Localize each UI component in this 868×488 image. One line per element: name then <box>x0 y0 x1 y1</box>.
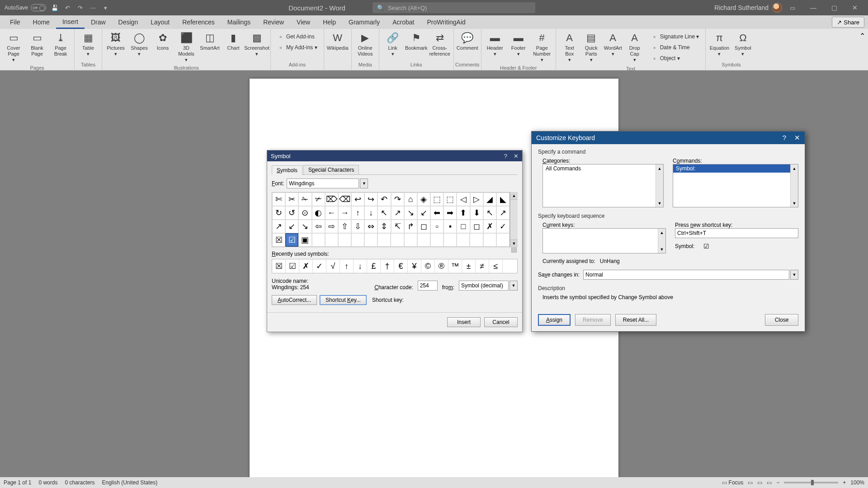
recent-symbol-cell[interactable]: ☒ <box>272 259 286 273</box>
symbol-cell[interactable]: ↻ <box>272 206 285 220</box>
quick-parts--button[interactable]: ▤QuickParts▾ <box>580 31 602 63</box>
symbol-cell[interactable]: ✓ <box>496 220 509 233</box>
tab-mailings[interactable]: Mailings <box>221 15 257 29</box>
symbol-cell[interactable]: ⇩ <box>351 220 364 233</box>
comment-button[interactable]: 💬Comment <box>457 31 478 51</box>
symbol-cell[interactable]: ⬅ <box>430 206 443 220</box>
command-item[interactable]: Symbol: <box>673 164 798 173</box>
symbol-cell[interactable]: ⇦ <box>312 220 325 233</box>
bookmark-button[interactable]: ⚑Bookmark <box>406 31 427 51</box>
recent-symbol-cell[interactable]: √ <box>326 259 340 273</box>
read-mode-icon[interactable]: ▭ <box>748 479 753 486</box>
drop-cap--button[interactable]: ADropCap▾ <box>624 31 646 63</box>
press-new-input[interactable] <box>675 228 798 238</box>
wordart--button[interactable]: AWordArt▾ <box>602 31 624 63</box>
symbol-cell[interactable]: ◁ <box>457 192 470 206</box>
symbol-cell[interactable]: ◢ <box>483 192 496 206</box>
chart-button[interactable]: ▮Chart <box>222 31 244 51</box>
wikipedia-button[interactable]: WWikipedia <box>327 31 349 51</box>
tab-layout[interactable]: Layout <box>144 15 176 29</box>
cover-page--button[interactable]: ▭CoverPage▾ <box>3 31 24 63</box>
symbol-cell[interactable]: ↙ <box>285 220 298 233</box>
save-changes-dropdown-icon[interactable]: ▼ <box>790 270 798 280</box>
reset-all-button[interactable]: Reset All... <box>615 314 656 326</box>
pictures--button[interactable]: 🖼Pictures▾ <box>105 31 127 57</box>
symbol-cell[interactable]: ↓ <box>364 206 377 220</box>
symbol-cell[interactable]: ↙ <box>417 206 430 220</box>
font-dropdown-icon[interactable]: ▼ <box>360 178 368 188</box>
symbol-cell[interactable] <box>351 233 364 247</box>
table--button[interactable]: ▦Table▾ <box>77 31 99 57</box>
blank-page-button[interactable]: ▭BlankPage <box>26 31 48 57</box>
kbd-close-icon[interactable]: ✕ <box>794 134 800 142</box>
symbol-cell[interactable] <box>430 233 443 247</box>
shortcut-key-button[interactable]: Shortcut Key... <box>320 295 367 305</box>
redo-icon[interactable]: ↷ <box>76 4 84 12</box>
assign-button[interactable]: Assign <box>538 314 571 326</box>
symbol-cell[interactable]: ↗ <box>391 206 404 220</box>
symbol-cell[interactable]: ↖ <box>377 206 391 220</box>
category-item[interactable]: All Commands <box>543 164 663 173</box>
symbol-cell[interactable] <box>404 233 417 247</box>
symbol-grid[interactable]: ✄✂✁✃⌦⌫↩↪↶↷⌂◈⬚⬚◁▷◢◣↻↺⊙◐←→↑↓↖↗↘↙⬅➡⬆⬇↖↗↗↙↘⇦… <box>272 192 510 247</box>
symbol-cell[interactable]: ☑ <box>285 233 298 247</box>
autocorrect-button[interactable]: AutoCorrect... <box>272 295 317 305</box>
symbol-cell[interactable]: ↗ <box>496 206 509 220</box>
insert-button[interactable]: Insert <box>447 317 481 327</box>
symbol-help-icon[interactable]: ? <box>504 153 507 160</box>
symbol-cell[interactable]: ↪ <box>364 192 377 206</box>
symbol-cell[interactable]: ↸ <box>391 220 404 233</box>
qat-more-icon[interactable]: ⋯ <box>89 4 97 12</box>
recent-symbol-cell[interactable]: ↓ <box>354 259 367 273</box>
symbol-cell[interactable]: ↗ <box>272 220 285 233</box>
recent-symbols-row[interactable]: ☒☑✗✓√↑↓£†€¥©®™±≠≤ <box>272 259 518 273</box>
tab-grammarly[interactable]: Grammarly <box>342 15 386 29</box>
qat-customize-icon[interactable]: ▾ <box>101 4 109 12</box>
object--button[interactable]: ▫Object ▾ <box>649 53 701 63</box>
symbol-cell[interactable] <box>417 233 430 247</box>
symbol-cell[interactable] <box>338 233 351 247</box>
recent-symbol-cell[interactable]: ✓ <box>313 259 326 273</box>
recent-symbol-cell[interactable]: ☑ <box>286 259 299 273</box>
symbol-cell[interactable]: ↘ <box>404 206 417 220</box>
symbol-cell[interactable]: ✁ <box>298 192 311 206</box>
text-box--button[interactable]: ATextBox▾ <box>559 31 580 63</box>
symbol-cell[interactable] <box>483 233 496 247</box>
autosave-toggle[interactable]: AutoSave Off <box>5 4 46 11</box>
web-layout-icon[interactable]: ▭ <box>767 479 772 486</box>
special-chars-tab[interactable]: Special Characters <box>303 165 359 174</box>
equation--button[interactable]: πEquation▾ <box>708 31 730 57</box>
zoom-slider[interactable] <box>784 482 838 483</box>
symbol-cell[interactable]: ⊙ <box>298 206 311 220</box>
recent-symbol-cell[interactable]: ≠ <box>476 259 489 273</box>
symbol-cell[interactable]: ➡ <box>443 206 457 220</box>
recent-symbol-cell[interactable]: ≤ <box>489 259 503 273</box>
symbol-cell[interactable]: ↷ <box>391 192 404 206</box>
search-box[interactable]: 🔍 Search (Alt+Q) <box>373 2 535 13</box>
symbol-cell[interactable]: ▣ <box>298 233 311 247</box>
tab-help[interactable]: Help <box>316 15 342 29</box>
signature-line--button[interactable]: ▫Signature Line ▾ <box>649 32 701 42</box>
ribbon-display-icon[interactable]: ▭ <box>788 4 797 12</box>
symbol-cell[interactable] <box>377 233 391 247</box>
tab-home[interactable]: Home <box>27 15 56 29</box>
zoom-in-icon[interactable]: + <box>843 479 846 486</box>
autosave-switch[interactable]: Off <box>31 4 46 11</box>
symbol-cell[interactable] <box>457 233 470 247</box>
user-account[interactable]: Richard Sutherland <box>714 3 782 13</box>
recent-symbol-cell[interactable]: ™ <box>448 259 462 273</box>
symbol-cell[interactable]: ✂ <box>285 192 298 206</box>
print-layout-icon[interactable]: ▭ <box>757 479 762 486</box>
symbols-tab[interactable]: Symbols <box>272 165 302 175</box>
recent-symbol-cell[interactable]: © <box>421 259 435 273</box>
collapse-ribbon-icon[interactable]: ⌃ <box>857 29 868 70</box>
symbol-cell[interactable]: ↩ <box>351 192 364 206</box>
kbd-dialog-titlebar[interactable]: Customize Keyboard ?✕ <box>532 131 805 144</box>
-d-models--button[interactable]: ⬛3DModels▾ <box>175 31 197 63</box>
from-dropdown-icon[interactable]: ▼ <box>509 281 518 291</box>
tab-file[interactable]: File <box>4 15 27 29</box>
symbol-dialog-titlebar[interactable]: Symbol ?✕ <box>267 150 522 161</box>
symbol-cell[interactable]: ◈ <box>417 192 430 206</box>
icons-button[interactable]: ✿Icons <box>152 31 174 51</box>
scroll-down-icon[interactable]: ▼ <box>510 239 518 247</box>
